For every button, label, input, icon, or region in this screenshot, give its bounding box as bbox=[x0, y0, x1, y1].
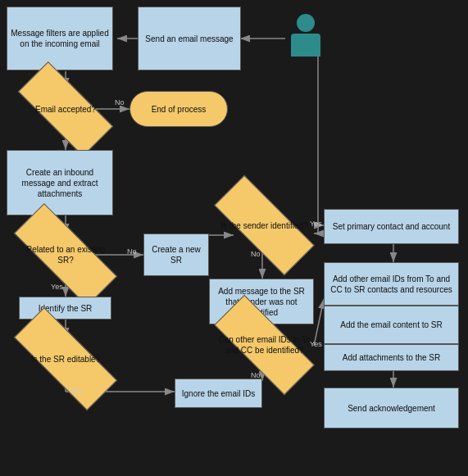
flowchart-diagram: Send an email message Message filters ar… bbox=[0, 0, 468, 476]
email-accepted-label: Email accepted? bbox=[32, 101, 99, 118]
add-other-email-box: Add other email IDs from To and CC to SR… bbox=[324, 262, 459, 306]
send-email-box: Send an email message bbox=[138, 7, 241, 70]
sender-identified-diamond: Is the sender identified? bbox=[215, 204, 314, 247]
person-body bbox=[291, 34, 320, 57]
create-inbound-box: Create an inbound message and extract at… bbox=[7, 150, 113, 215]
no-label-email-accepted: No bbox=[115, 98, 125, 107]
related-existing-diamond: Related to an existing SR? bbox=[14, 233, 117, 276]
ignore-email-ids-box: Ignore the email IDs bbox=[175, 379, 262, 408]
yes-label-related: Yes bbox=[51, 283, 63, 291]
sr-editable-label: Is the SR editable? bbox=[28, 351, 104, 368]
set-primary-box: Set primary contact and account bbox=[324, 209, 459, 244]
sender-identified-label: Is the sender identified? bbox=[217, 217, 311, 234]
identify-sr-box: Identify the SR bbox=[19, 297, 111, 320]
create-new-sr-box: Create a new SR bbox=[143, 233, 209, 276]
no-label-related: No bbox=[127, 247, 137, 256]
sr-editable-diamond: Is the SR editable? bbox=[14, 338, 117, 380]
svg-line-14 bbox=[314, 299, 324, 346]
other-email-ids-label: Can other email IDs in To and CC be iden… bbox=[215, 331, 314, 359]
yes-label-sender: Yes bbox=[310, 220, 322, 228]
person-head bbox=[297, 14, 315, 32]
other-email-ids-diamond: Can other email IDs in To and CC be iden… bbox=[215, 324, 314, 366]
add-email-content-box: Add the email content to SR bbox=[324, 306, 459, 344]
send-acknowledgement-box: Send acknowledgement bbox=[324, 388, 459, 428]
message-filters-box: Message filters are applied on the incom… bbox=[7, 7, 113, 70]
yes-label-sr-editable: Yes bbox=[70, 387, 83, 395]
no-label-other-email: No bbox=[251, 371, 261, 379]
no-label-sender: No bbox=[251, 250, 261, 258]
person-icon bbox=[285, 7, 326, 64]
end-of-process-box: End of process bbox=[129, 91, 228, 127]
email-accepted-diamond: Email accepted? bbox=[20, 88, 111, 130]
add-attachments-box: Add attachments to the SR bbox=[324, 344, 459, 371]
related-existing-label: Related to an existing SR? bbox=[14, 241, 117, 269]
